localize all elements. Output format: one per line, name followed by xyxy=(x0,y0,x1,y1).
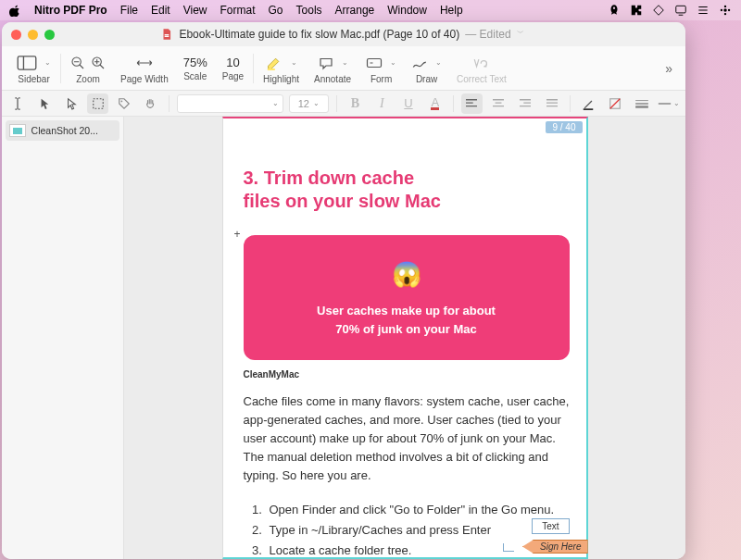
page-indicator: 9 / 40 xyxy=(546,121,582,133)
svg-point-3 xyxy=(724,13,726,15)
minimize-window-button[interactable] xyxy=(28,30,38,40)
svg-rect-0 xyxy=(676,6,686,13)
main-area: CleanShot 20... 9 / 40 3. Trim down cach… xyxy=(2,117,685,559)
fill-color-button[interactable] xyxy=(605,93,626,114)
window-status: — Edited xyxy=(465,28,510,41)
scale-value[interactable]: 75% Scale xyxy=(176,56,215,81)
svg-rect-18 xyxy=(93,98,103,108)
align-right-button[interactable] xyxy=(515,93,536,114)
zoom-controls[interactable]: Zoom xyxy=(63,53,113,84)
menu-file[interactable]: File xyxy=(120,4,138,17)
menu-format[interactable]: Format xyxy=(220,4,256,17)
zoom-out-icon xyxy=(70,56,85,70)
close-window-button[interactable] xyxy=(11,30,21,40)
svg-point-2 xyxy=(724,6,726,7)
zoom-window-button[interactable] xyxy=(44,30,55,40)
svg-point-4 xyxy=(721,9,722,11)
annotation-handle-icon[interactable]: + xyxy=(234,228,241,241)
pdf-page: 9 / 40 3. Trim down cache files on your … xyxy=(222,117,588,559)
underline-button[interactable]: U xyxy=(398,93,420,114)
svg-rect-16 xyxy=(368,58,382,67)
page-width-control[interactable]: Page Width xyxy=(113,53,176,84)
doc-step: Open Finder and click "Go to Folder" in … xyxy=(266,500,570,520)
format-bar: ⌄ 12⌄ B I U A ⌄ xyxy=(2,91,685,117)
document-icon xyxy=(160,28,173,41)
doc-heading: 3. Trim down cache files on your slow Ma… xyxy=(244,167,447,213)
text-box-handle-icon[interactable] xyxy=(503,543,514,552)
list-icon[interactable] xyxy=(697,4,710,17)
draw-button[interactable]: ⌄ Draw xyxy=(404,53,449,84)
app-window: Ebook-Ultimate guide to fix slow Mac.pdf… xyxy=(2,22,685,559)
font-size-input[interactable]: 12⌄ xyxy=(289,94,330,113)
traffic-lights xyxy=(11,30,55,40)
pan-tool[interactable] xyxy=(141,93,162,114)
align-left-button[interactable] xyxy=(461,93,483,114)
text-annotation[interactable]: Text xyxy=(532,518,569,534)
highlight-button[interactable]: ⌄ Highlight xyxy=(256,53,307,84)
sign-here-flag[interactable]: Sign Here xyxy=(522,540,587,554)
italic-button[interactable]: I xyxy=(371,93,393,114)
font-family-select[interactable]: ⌄ xyxy=(177,94,283,113)
title-chevron-icon[interactable]: ﹀ xyxy=(517,28,524,41)
flower-icon[interactable] xyxy=(719,4,732,17)
bold-button[interactable]: B xyxy=(345,93,366,114)
form-button[interactable]: ⌄ Form xyxy=(358,53,404,84)
menu-edit[interactable]: Edit xyxy=(151,4,170,17)
line-style-button[interactable]: ⌄ xyxy=(658,93,680,114)
doc-step: Type in ~/Library/Caches and press Enter xyxy=(266,520,570,541)
apple-icon[interactable] xyxy=(9,5,21,17)
callout-line-2: 70% of junk on your Mac xyxy=(266,320,547,339)
svg-line-22 xyxy=(610,98,621,108)
thumbnails-sidebar: CleanShot 20... xyxy=(2,117,124,559)
zoom-in-icon xyxy=(91,56,106,70)
thumbnail-item[interactable]: CleanShot 20... xyxy=(6,120,119,141)
window-title: Ebook-Ultimate guide to fix slow Mac.pdf… xyxy=(179,28,459,41)
thumbnail-icon xyxy=(9,124,26,137)
doc-body: Cache files come in many flavors: system… xyxy=(244,392,570,486)
menu-help[interactable]: Help xyxy=(440,4,463,17)
diamond-icon[interactable] xyxy=(652,4,665,17)
stroke-color-button[interactable] xyxy=(578,93,599,114)
rocket-icon[interactable] xyxy=(608,4,621,17)
toolbar: ⌄ Sidebar Zoom Page Width 75% Scale 10 P… xyxy=(2,46,685,91)
text-cursor-tool[interactable] xyxy=(7,93,29,114)
monitor-icon[interactable] xyxy=(674,4,687,17)
puzzle-icon[interactable] xyxy=(630,4,643,17)
menu-window[interactable]: Window xyxy=(387,4,427,17)
menu-right-icons xyxy=(608,4,732,17)
menu-arrange[interactable]: Arrange xyxy=(335,4,375,17)
doc-source: CleanMyMac xyxy=(244,369,570,380)
page-viewport[interactable]: 9 / 40 3. Trim down cache files on your … xyxy=(124,117,685,559)
text-color-button[interactable]: A xyxy=(424,93,446,114)
window-titlebar: Ebook-Ultimate guide to fix slow Mac.pdf… xyxy=(2,22,685,46)
svg-rect-6 xyxy=(18,56,36,68)
line-weight-button[interactable] xyxy=(631,93,652,114)
svg-point-19 xyxy=(121,100,123,102)
svg-point-5 xyxy=(728,9,730,11)
annotate-button[interactable]: ⌄ Annotate xyxy=(307,53,358,84)
thumbnail-label: CleanShot 20... xyxy=(31,125,116,136)
doc-callout: 😱 User caches make up for about 70% of j… xyxy=(244,235,570,360)
svg-point-1 xyxy=(723,8,727,12)
page-number[interactable]: 10 Page xyxy=(215,56,251,81)
align-justify-button[interactable] xyxy=(541,93,562,114)
sidebar-toggle[interactable]: ⌄ Sidebar xyxy=(9,53,58,84)
arrow-tool[interactable] xyxy=(34,93,56,114)
select-tool[interactable] xyxy=(87,93,108,114)
doc-steps: Open Finder and click "Go to Folder" in … xyxy=(244,500,570,559)
toolbar-overflow-icon[interactable]: » xyxy=(665,61,678,76)
doc-step: Locate a cache folder tree. xyxy=(266,541,570,559)
mac-menu-bar: Nitro PDF Pro File Edit View Format Go T… xyxy=(0,0,741,20)
menu-view[interactable]: View xyxy=(183,4,207,17)
callout-line-1: User caches make up for about xyxy=(266,302,547,320)
menu-tools[interactable]: Tools xyxy=(296,4,322,17)
scream-emoji-icon: 😱 xyxy=(266,255,547,292)
pointer-tool[interactable] xyxy=(60,93,82,114)
menu-app-name[interactable]: Nitro PDF Pro xyxy=(34,4,107,17)
svg-line-9 xyxy=(80,65,83,68)
svg-line-12 xyxy=(100,65,104,68)
correct-text-button: Correct Text xyxy=(449,53,514,84)
align-center-button[interactable] xyxy=(488,93,509,114)
tag-tool[interactable] xyxy=(114,93,135,114)
menu-go[interactable]: Go xyxy=(269,4,283,17)
